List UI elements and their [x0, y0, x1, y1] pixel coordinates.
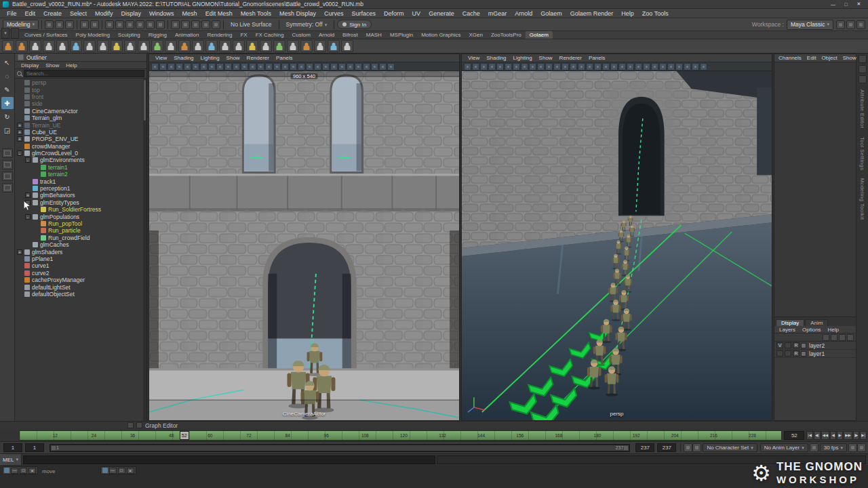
- expand-toggle[interactable]: -: [25, 157, 31, 163]
- panel-maximize-button[interactable]: □: [20, 468, 27, 474]
- outliner-item[interactable]: persp: [15, 79, 146, 86]
- multisample-icon[interactable]: [651, 63, 658, 70]
- safe-title-icon[interactable]: [257, 63, 264, 70]
- expand-toggle[interactable]: [17, 270, 22, 276]
- shadows-icon[interactable]: [627, 63, 634, 70]
- shadows-icon[interactable]: [314, 63, 321, 70]
- panel-close-button[interactable]: ✕: [28, 468, 36, 474]
- camera-attributes-icon[interactable]: [167, 63, 175, 70]
- channel-box-menu-item[interactable]: Channels: [776, 55, 804, 61]
- outliner-item[interactable]: curve1: [15, 262, 146, 269]
- golaem-shelf-icon[interactable]: [124, 40, 136, 52]
- smooth-shade-icon[interactable]: [602, 63, 610, 70]
- expand-toggle[interactable]: +: [25, 192, 31, 198]
- shelf-tab[interactable]: FX: [236, 31, 251, 39]
- shelf-tab[interactable]: Rendering: [203, 31, 236, 39]
- animation-end-field[interactable]: [657, 443, 676, 452]
- image-plane-icon[interactable]: [496, 63, 504, 70]
- depth-of-field-icon[interactable]: [659, 63, 667, 70]
- viewport-menu-item[interactable]: Lighting: [197, 55, 223, 61]
- outliner-item[interactable]: perception1: [15, 185, 146, 192]
- outliner-item[interactable]: glmCaches: [15, 241, 146, 248]
- viewport-menu-item[interactable]: Renderer: [556, 55, 585, 61]
- step-forward-frame-button[interactable]: |▶: [853, 431, 860, 440]
- isolate-select-icon[interactable]: [355, 63, 362, 70]
- resolution-gate-icon[interactable]: [224, 63, 232, 70]
- symmetry-selector[interactable]: Symmetry: Off: [286, 21, 328, 28]
- menu-item[interactable]: Deform: [380, 10, 408, 17]
- outliner-item[interactable]: CineCameraActor: [15, 108, 146, 115]
- command-line-input[interactable]: [23, 455, 435, 464]
- mute-playback-icon[interactable]: [810, 443, 818, 452]
- expand-toggle[interactable]: +: [17, 123, 22, 128]
- viewport-menu-item[interactable]: Shading: [170, 55, 197, 61]
- select-camera-icon[interactable]: [464, 63, 471, 70]
- layer-color-swatch[interactable]: [801, 351, 806, 357]
- layer-display-type-toggle[interactable]: R: [793, 350, 800, 357]
- outliner-item[interactable]: defaultObjectSet: [15, 291, 146, 298]
- golaem-shelf-icon[interactable]: [56, 40, 68, 52]
- menu-item[interactable]: UV: [408, 10, 425, 17]
- ipr-render-icon[interactable]: [201, 20, 210, 29]
- paint-select-tool[interactable]: ✎: [1, 83, 14, 96]
- exposure-icon[interactable]: [684, 63, 691, 70]
- outliner-item[interactable]: cacheProxyManager: [15, 277, 146, 283]
- frame-selection-icon[interactable]: [273, 63, 281, 70]
- outliner-item[interactable]: + glmBehaviors: [15, 192, 146, 199]
- anim-layer-selector[interactable]: No Anim Layer: [760, 443, 808, 452]
- new-layer-from-selected-icon[interactable]: [831, 334, 837, 341]
- textured-icon[interactable]: [298, 63, 305, 70]
- play-backwards-button[interactable]: ◀: [830, 431, 836, 440]
- golaem-shelf-icon[interactable]: [29, 40, 41, 52]
- expand-toggle[interactable]: [17, 256, 22, 262]
- two-pane-layout[interactable]: [2, 183, 13, 192]
- menu-item[interactable]: Windows: [145, 10, 178, 17]
- isolate-select-icon[interactable]: [667, 63, 675, 70]
- camera-attributes-icon[interactable]: [480, 63, 488, 70]
- tool-settings-toggle-icon[interactable]: [859, 75, 867, 83]
- safe-action-icon[interactable]: [249, 63, 256, 70]
- shelf-tab[interactable]: Curves / Surfaces: [20, 31, 72, 39]
- snap-to-point-icon[interactable]: [125, 20, 134, 29]
- gamma-icon[interactable]: [692, 63, 699, 70]
- shelf-tab[interactable]: Sculpting: [114, 31, 144, 39]
- menu-item[interactable]: Help: [617, 10, 638, 17]
- motion-blur-icon[interactable]: [643, 63, 650, 70]
- workspace-reset-icon[interactable]: [856, 20, 865, 29]
- depth-of-field-icon[interactable]: [347, 63, 354, 70]
- golaem-shelf-icon[interactable]: [165, 40, 177, 52]
- film-gate-icon[interactable]: [529, 63, 536, 70]
- golaem-shelf-icon[interactable]: [2, 40, 14, 52]
- textured-icon[interactable]: [610, 63, 618, 70]
- background-gradient-icon[interactable]: [387, 63, 395, 70]
- smooth-shade-icon[interactable]: [290, 63, 297, 70]
- play-forwards-button[interactable]: ▶: [837, 431, 843, 440]
- viewport-menu-item[interactable]: Show: [536, 55, 556, 61]
- snap-to-curve-icon[interactable]: [115, 20, 124, 29]
- wireframe-icon[interactable]: [281, 63, 289, 70]
- expand-toggle[interactable]: -: [17, 150, 22, 156]
- safe-title-icon[interactable]: [570, 63, 577, 70]
- panel-maximize-button[interactable]: □: [118, 468, 125, 474]
- xray-icon[interactable]: [363, 63, 370, 70]
- viewport-menu-item[interactable]: Renderer: [243, 55, 273, 61]
- workspace-layout-icon[interactable]: [836, 20, 845, 29]
- expand-toggle[interactable]: [17, 101, 22, 106]
- image-plane-icon[interactable]: [184, 63, 191, 70]
- minimize-button[interactable]: —: [827, 1, 840, 8]
- layer-editor-menu-item[interactable]: Options: [799, 327, 825, 333]
- layer-playback-toggle[interactable]: [785, 342, 791, 348]
- golaem-shelf-icon[interactable]: [178, 40, 191, 52]
- outliner-item[interactable]: - glmCrowdLevel_0: [15, 150, 146, 157]
- golaem-shelf-icon[interactable]: [341, 40, 353, 52]
- outliner-item[interactable]: + Terrain_UE: [15, 121, 146, 128]
- expand-toggle[interactable]: [17, 144, 22, 149]
- layer-visibility-toggle[interactable]: [776, 350, 783, 357]
- background-gradient-icon[interactable]: [700, 63, 707, 70]
- channel-box-menu-item[interactable]: Edit: [804, 55, 819, 61]
- new-empty-layer-icon[interactable]: [823, 334, 829, 341]
- expand-toggle[interactable]: [25, 242, 31, 247]
- menu-item[interactable]: Cache: [458, 10, 484, 17]
- animation-preferences-button[interactable]: [857, 443, 866, 452]
- bookmarks-icon[interactable]: [176, 63, 183, 70]
